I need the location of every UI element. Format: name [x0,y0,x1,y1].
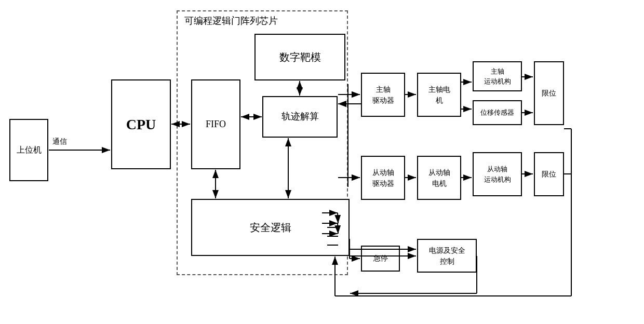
displacement-sensor-box: 位移传感器 [473,100,522,125]
cpu-box: CPU [111,79,171,169]
upper-computer-box: 上位机 [9,119,48,181]
trajectory-box: 轨迹解算 [262,96,338,138]
limit-bottom-box: 限位 [534,152,564,196]
fifo-box: FIFO [191,79,240,169]
slave-motion-box: 从动轴 运动机构 [473,152,522,196]
limit-top-box: 限位 [534,61,564,125]
emergency-stop-box: 急停 [361,246,400,272]
diagram-container: 可编程逻辑门阵列芯片 上位机 CPU FIFO 数字靶模 轨迹解算 安全逻辑 主… [0,0,644,324]
slave-motor-box: 从动轴 电机 [417,156,461,200]
fpga-label: 可编程逻辑门阵列芯片 [184,15,278,27]
svg-text:通信: 通信 [52,138,67,145]
safety-logic-box: 安全逻辑 [191,199,350,256]
slave-driver-box: 从动轴 驱动器 [361,156,405,200]
main-motion-box: 主轴 运动机构 [473,61,522,91]
main-motor-box: 主轴电 机 [417,73,461,117]
main-driver-box: 主轴 驱动器 [361,73,405,117]
digital-target-box: 数字靶模 [254,34,345,80]
power-safety-box: 电源及安全 控制 [417,239,477,273]
